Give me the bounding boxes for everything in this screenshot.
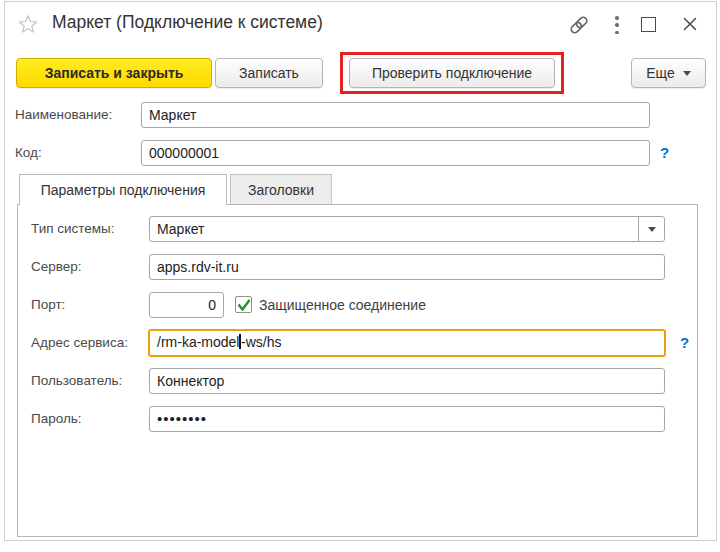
service-address-input[interactable]: /rm-ka-model-ws/hs [148, 329, 666, 357]
system-type-value: Маркет [157, 221, 204, 237]
check-connection-button[interactable]: Проверить подключение [349, 58, 555, 88]
secure-checkbox[interactable] [235, 296, 252, 313]
system-type-label: Тип системы: [31, 216, 115, 242]
tab-headers[interactable]: Заголовки [230, 174, 332, 204]
port-label: Порт: [31, 292, 65, 318]
name-value: Маркет [149, 107, 196, 123]
service-address-help-icon[interactable]: ? [680, 330, 689, 356]
port-value: 0 [208, 297, 216, 313]
server-input[interactable]: apps.rdv-it.ru [149, 254, 665, 280]
port-input[interactable]: 0 [149, 292, 224, 318]
service-address-value-after-caret: -ws/hs [241, 334, 281, 350]
password-masked-value: •••••••• [157, 410, 207, 427]
user-input[interactable]: Коннектор [149, 368, 665, 394]
code-value: 000000001 [149, 145, 219, 161]
more-button-label: Еще [646, 65, 675, 81]
service-address-value-before-caret: /rm-ka-model [157, 334, 239, 350]
system-type-select[interactable]: Маркет [149, 216, 665, 242]
user-label: Пользователь: [31, 368, 122, 394]
checkmark-icon [237, 299, 251, 311]
favorite-star-icon[interactable] [17, 13, 39, 35]
save-button[interactable]: Записать [215, 58, 323, 88]
maximize-icon[interactable] [641, 17, 656, 32]
secure-checkbox-label[interactable]: Защищенное соединение [259, 292, 426, 318]
password-label: Пароль: [31, 406, 82, 432]
chevron-down-icon [648, 227, 656, 232]
kebab-menu-icon[interactable] [611, 15, 623, 35]
server-value: apps.rdv-it.ru [157, 259, 239, 275]
window-title: Маркет (Подключение к системе) [52, 12, 323, 33]
service-address-label: Адрес сервиса: [31, 330, 128, 356]
link-icon[interactable] [567, 13, 591, 37]
password-input[interactable]: •••••••• [149, 406, 665, 432]
code-help-icon[interactable]: ? [660, 140, 669, 166]
connection-settings-window: Маркет (Подключение к системе) Записать … [4, 1, 717, 541]
code-input[interactable]: 000000001 [141, 140, 650, 166]
close-icon[interactable] [681, 15, 699, 33]
system-type-dropdown-button[interactable] [638, 217, 664, 241]
name-input[interactable]: Маркет [141, 102, 650, 128]
save-and-close-button[interactable]: Записать и закрыть [16, 58, 212, 88]
code-label: Код: [15, 140, 42, 166]
chevron-down-icon [683, 71, 691, 76]
server-label: Сервер: [31, 254, 82, 280]
more-button[interactable]: Еще [631, 58, 706, 88]
user-value: Коннектор [157, 373, 224, 389]
tab-connection-parameters[interactable]: Параметры подключения [19, 174, 227, 205]
name-label: Наименование: [15, 102, 112, 128]
